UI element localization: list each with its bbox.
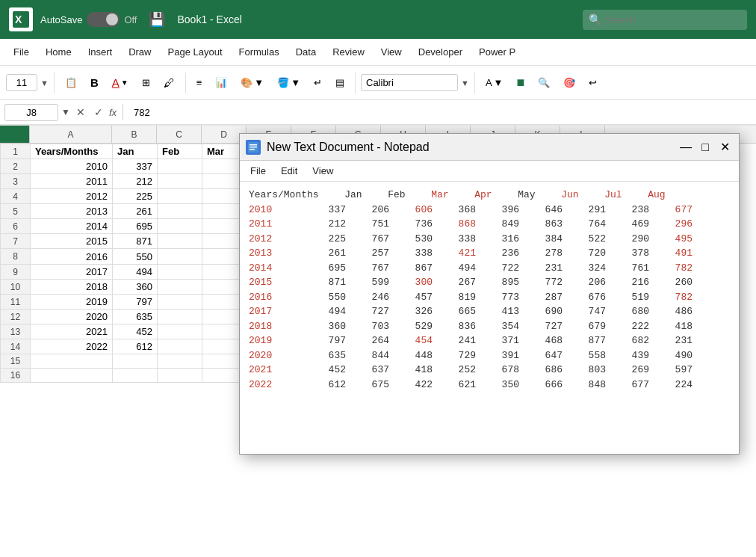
menu-page-layout[interactable]: Page Layout: [161, 43, 230, 61]
font-size-dropdown-icon[interactable]: ▼: [40, 79, 49, 87]
cell-B13[interactable]: 452: [113, 324, 158, 339]
cell-B2[interactable]: 337: [113, 159, 158, 174]
borders-btn[interactable]: ⊞: [137, 73, 155, 92]
cell-C7[interactable]: [158, 234, 202, 249]
font-color-dropdown[interactable]: ▼: [121, 79, 128, 87]
cell-C5[interactable]: [158, 204, 202, 219]
cell-C6[interactable]: [158, 219, 202, 234]
cell-ref-dropdown[interactable]: ▼: [61, 107, 70, 117]
cell-B7[interactable]: 871: [113, 234, 158, 249]
menu-data[interactable]: Data: [288, 43, 323, 61]
wrap-text-btn[interactable]: ↵: [309, 73, 327, 92]
undo-btn[interactable]: ↩: [583, 73, 602, 92]
font-name-dropdown-icon[interactable]: ▼: [461, 79, 469, 87]
align-left-btn[interactable]: ≡: [191, 73, 208, 92]
cell-A2[interactable]: 2010: [31, 159, 113, 174]
cell-C9[interactable]: [158, 265, 202, 280]
cell-B15[interactable]: [113, 354, 158, 369]
notepad-menu-view[interactable]: View: [305, 163, 341, 179]
formula-cancel-btn[interactable]: ✕: [73, 105, 88, 120]
search-input[interactable]: [583, 10, 747, 30]
cell-C1[interactable]: Feb: [158, 144, 202, 159]
cell-C12[interactable]: [158, 310, 202, 324]
formula-confirm-btn[interactable]: ✓: [91, 105, 106, 120]
cell-A10[interactable]: 2018: [31, 280, 113, 295]
cell-A13[interactable]: 2021: [31, 324, 113, 339]
cell-C13[interactable]: [158, 324, 202, 339]
font-name-input[interactable]: [361, 74, 458, 91]
cell-C14[interactable]: [158, 339, 202, 354]
notepad-minimize-btn[interactable]: —: [678, 139, 694, 156]
cell-A8[interactable]: 2016: [31, 249, 113, 265]
cell-B4[interactable]: 225: [113, 189, 158, 204]
font-size-input[interactable]: [6, 74, 37, 91]
cell-A15[interactable]: [31, 354, 113, 369]
cell-B16[interactable]: [113, 369, 158, 383]
col-header-C[interactable]: C: [157, 126, 202, 143]
notepad-window[interactable]: New Text Document - Notepad — □ ✕ File E…: [239, 133, 740, 455]
notepad-maximize-btn[interactable]: □: [697, 139, 713, 156]
menu-formulas[interactable]: Formulas: [232, 43, 287, 61]
green-square-btn[interactable]: ■: [511, 71, 530, 94]
formula-input[interactable]: [129, 105, 752, 120]
notepad-menu-file[interactable]: File: [243, 163, 273, 179]
highlight-btn[interactable]: 🖊: [158, 73, 180, 93]
menu-power[interactable]: Power P: [471, 43, 523, 61]
menu-developer[interactable]: Developer: [411, 43, 470, 61]
cell-A5[interactable]: 2013: [31, 204, 113, 219]
cell-C8[interactable]: [158, 249, 202, 265]
font-color-a-btn[interactable]: A▼: [480, 73, 509, 92]
fill-color-btn[interactable]: 🪣▼: [272, 73, 306, 92]
search2-icon: 🔍: [538, 77, 550, 88]
cell-A7[interactable]: 2015: [31, 234, 113, 249]
cell-A16[interactable]: [31, 369, 113, 383]
search-btn[interactable]: 🔍: [533, 73, 555, 92]
cell-A9[interactable]: 2017: [31, 265, 113, 280]
cell-A1[interactable]: Years/Months: [31, 144, 113, 159]
menu-review[interactable]: Review: [325, 43, 372, 61]
conditional-format-btn[interactable]: 🎨▼: [235, 73, 269, 92]
menu-file[interactable]: File: [6, 43, 37, 61]
cell-C3[interactable]: [158, 174, 202, 189]
cell-A6[interactable]: 2014: [31, 219, 113, 234]
cell-C2[interactable]: [158, 159, 202, 174]
col-header-B[interactable]: B: [112, 126, 157, 143]
cell-B9[interactable]: 494: [113, 265, 158, 280]
cell-C15[interactable]: [158, 354, 202, 369]
clipboard-btn[interactable]: 📋: [60, 73, 82, 92]
format-btn[interactable]: 📊: [210, 73, 232, 92]
cell-A12[interactable]: 2020: [31, 310, 113, 324]
filter-btn[interactable]: ▤: [330, 73, 350, 92]
cell-A4[interactable]: 2012: [31, 189, 113, 204]
menu-home[interactable]: Home: [38, 43, 79, 61]
notepad-close-btn[interactable]: ✕: [716, 139, 733, 156]
cell-B11[interactable]: 797: [113, 295, 158, 310]
autosave-toggle[interactable]: [87, 12, 120, 27]
cell-B10[interactable]: 360: [113, 280, 158, 295]
cell-A11[interactable]: 2019: [31, 295, 113, 310]
bold-button[interactable]: B: [85, 73, 104, 93]
cell-B14[interactable]: 612: [113, 339, 158, 354]
cell-B1[interactable]: Jan: [113, 144, 158, 159]
cell-reference-input[interactable]: [4, 104, 58, 121]
menu-view[interactable]: View: [374, 43, 409, 61]
cell-B3[interactable]: 212: [113, 174, 158, 189]
font-color-btn[interactable]: A ▼: [107, 73, 134, 93]
menu-insert[interactable]: Insert: [81, 43, 120, 61]
cell-B6[interactable]: 695: [113, 219, 158, 234]
cell-C11[interactable]: [158, 295, 202, 310]
cell-C4[interactable]: [158, 189, 202, 204]
col-header-A[interactable]: A: [30, 126, 112, 143]
notepad-menu-edit[interactable]: Edit: [273, 163, 305, 179]
cell-A3[interactable]: 2011: [31, 174, 113, 189]
menu-draw[interactable]: Draw: [121, 43, 158, 61]
cell-B8[interactable]: 550: [113, 249, 158, 265]
cell-B12[interactable]: 635: [113, 310, 158, 324]
save-button[interactable]: 💾: [144, 11, 170, 28]
cell-A14[interactable]: 2022: [31, 339, 113, 354]
cell-B5[interactable]: 261: [113, 204, 158, 219]
notepad-content[interactable]: Years/Months Jan Feb Mar Apr May Jun Jul…: [240, 182, 739, 454]
target-btn[interactable]: 🎯: [558, 73, 580, 92]
cell-C16[interactable]: [158, 369, 202, 383]
cell-C10[interactable]: [158, 280, 202, 295]
